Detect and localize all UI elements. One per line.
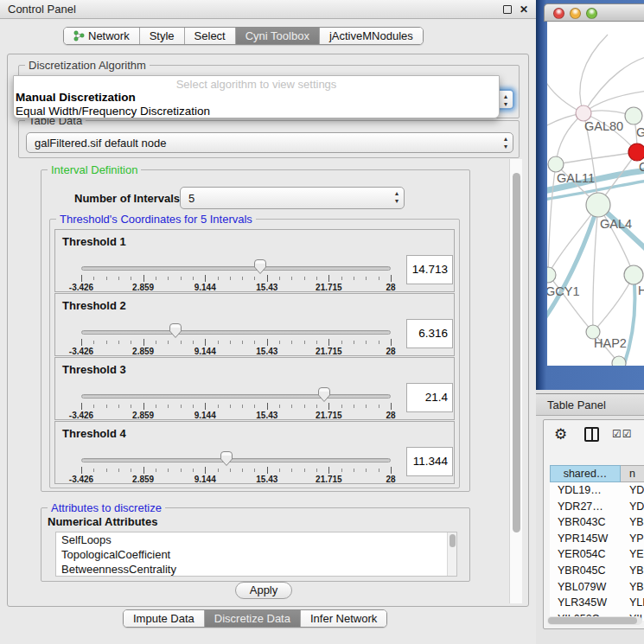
number-of-intervals-combobox[interactable]: 5 ▴▾ xyxy=(180,187,405,209)
table-data-group: Table Data galFiltered.sif default node … xyxy=(18,120,520,158)
numerical-attributes-label: Numerical Attributes xyxy=(48,515,157,528)
gear-icon[interactable]: ⚙ xyxy=(554,425,567,443)
threshold-1-label: Threshold 1 xyxy=(62,235,126,248)
table-row[interactable]: YLR345WYLR3 xyxy=(550,595,644,611)
network-window: GAL80 GA C GAL11 GAL4 GCY1 H HAP2 xyxy=(544,3,644,366)
threshold-2-value-field[interactable]: 6.316 xyxy=(406,319,453,348)
tick-label: 9.144 xyxy=(194,475,216,484)
algorithm-group-title: Discretization Algorithm xyxy=(25,59,150,72)
tick-label: -3.426 xyxy=(69,347,93,356)
tick-label: 2.859 xyxy=(132,475,154,484)
popup-item-manual-discretization[interactable]: Manual Discretization xyxy=(14,91,499,105)
table-data-value: galFiltered.sif default node xyxy=(35,137,166,150)
network-window-titlebar[interactable] xyxy=(544,3,644,22)
tab-network[interactable]: Network xyxy=(64,28,139,44)
network-view-frame: GAL80 GA C GAL11 GAL4 GCY1 H HAP2 xyxy=(536,0,644,390)
tick-label: 15.43 xyxy=(256,475,277,484)
node-right-h[interactable] xyxy=(624,265,643,284)
table-row[interactable]: YDL19…YDL1 xyxy=(550,482,644,499)
node-label-partial-g: GA xyxy=(636,125,644,139)
settings-scroll-viewport: Interval Definition Number of Intervals … xyxy=(13,159,523,603)
threshold-4-ticks xyxy=(81,467,391,475)
threshold-2-label: Threshold 2 xyxy=(62,299,126,312)
threshold-2-slider-thumb[interactable] xyxy=(169,322,182,339)
tick-label: 15.43 xyxy=(256,283,277,292)
list-item-betweennesscentrality[interactable]: BetweennessCentrality xyxy=(56,562,456,577)
close-icon[interactable]: ✕ xyxy=(520,3,528,16)
table-row[interactable]: YBL079WYBL0 xyxy=(550,579,644,596)
threshold-4-value-field[interactable]: 11.344 xyxy=(406,447,453,476)
tick-label: 15.43 xyxy=(256,411,277,420)
table-panel-body: ⚙ ☑☑ shared… n YDL19…YDL1 YDR27…YDR2 YBR… xyxy=(543,419,644,629)
node-table: shared… n YDL19…YDL1 YDR27…YDR2 YBR043CY… xyxy=(550,465,644,621)
cyni-main-panel: Discretization Algorithm ▴▾ Select algor… xyxy=(7,54,529,607)
tick-label: 9.144 xyxy=(194,411,216,420)
threshold-1-ticks xyxy=(81,275,391,283)
threshold-3-slider-track[interactable] xyxy=(81,394,391,399)
node-label-partial-c: C xyxy=(639,160,644,174)
zoom-traffic-light-icon[interactable] xyxy=(586,8,597,19)
interval-definition-group: Interval Definition Number of Intervals … xyxy=(41,169,470,492)
tick-label: 21.715 xyxy=(316,411,342,420)
tick-label: -3.426 xyxy=(69,475,93,484)
apply-button[interactable]: Apply xyxy=(235,582,292,599)
settings-scrollbar[interactable] xyxy=(509,159,522,603)
attributes-list-scrollbar[interactable] xyxy=(447,532,456,576)
tab-style[interactable]: Style xyxy=(139,28,184,44)
list-item-topologicalcoefficient[interactable]: TopologicalCoefficient xyxy=(56,547,456,562)
tab-impute-data[interactable]: Impute Data xyxy=(124,610,204,627)
node-gal11[interactable] xyxy=(548,156,564,172)
node-partial-right[interactable] xyxy=(625,107,642,124)
table-row[interactable]: YBR043CYBR0 xyxy=(550,514,644,531)
threshold-2-slider-track[interactable] xyxy=(81,330,391,335)
network-canvas[interactable]: GAL80 GA C GAL11 GAL4 GCY1 H HAP2 xyxy=(547,22,644,366)
tab-cyni-toolbox[interactable]: Cyni Toolbox xyxy=(235,28,319,44)
threshold-4-slider-thumb[interactable] xyxy=(220,450,233,467)
threshold-1-slider-thumb[interactable] xyxy=(253,258,267,275)
list-item-selfloops[interactable]: SelfLoops xyxy=(56,532,456,547)
threshold-3-slider-thumb[interactable] xyxy=(317,386,331,403)
threshold-2-panel: Threshold 2 -3.4262.8599.14415.4321.7152… xyxy=(54,293,455,356)
control-panel-titlebar: Control Panel ✕ xyxy=(0,0,536,19)
threshold-4-slider-track[interactable] xyxy=(81,458,391,462)
bottom-tab-bar: Impute Data Discretize Data Infer Networ… xyxy=(123,609,387,628)
node-red-selected[interactable] xyxy=(628,143,644,161)
popup-item-equal-width-frequency[interactable]: Equal Width/Frequency Discretization xyxy=(14,105,499,118)
table-row[interactable]: YBR045CYBR0 xyxy=(550,563,644,579)
node-label-gal4: GAL4 xyxy=(600,217,632,231)
attributes-group: Attributes to discretize Numerical Attri… xyxy=(41,507,470,582)
node-bottom-partial[interactable] xyxy=(612,356,626,366)
tab-infer-network[interactable]: Infer Network xyxy=(300,610,386,627)
threshold-1-slider-track[interactable] xyxy=(81,266,391,271)
minimize-traffic-light-icon[interactable] xyxy=(570,8,581,19)
tab-select[interactable]: Select xyxy=(184,28,235,44)
tab-discretize-data[interactable]: Discretize Data xyxy=(204,610,300,627)
threshold-3-value-field[interactable]: 21.4 xyxy=(406,383,453,412)
column-header-shared-name[interactable]: shared… xyxy=(550,465,621,482)
thresholds-group-title: Threshold's Coordinates for 5 Intervals xyxy=(56,213,256,226)
threshold-1-panel: Threshold 1 -3.4262.8599.14415.4321.7152… xyxy=(54,229,455,292)
close-traffic-light-icon[interactable] xyxy=(553,8,564,19)
tick-label: 28 xyxy=(386,283,395,292)
checkboxes-icon[interactable]: ☑☑ xyxy=(612,428,633,440)
combo-arrows-icon: ▴▾ xyxy=(504,135,507,150)
node-gcy1[interactable] xyxy=(547,267,556,283)
table-row[interactable]: YER054CYER0 xyxy=(550,546,644,563)
network-graph xyxy=(547,22,644,366)
network-icon xyxy=(73,30,85,41)
table-data-combobox[interactable]: galFiltered.sif default node ▴▾ xyxy=(26,132,513,153)
threshold-4-tick-labels: -3.4262.8599.14415.4321.71528 xyxy=(81,475,391,484)
threshold-1-value-field[interactable]: 14.713 xyxy=(406,255,453,284)
tick-label: 9.144 xyxy=(194,283,216,292)
split-columns-icon[interactable] xyxy=(584,427,599,442)
tick-label: 9.144 xyxy=(194,347,216,356)
tick-label: 21.715 xyxy=(316,475,342,484)
algorithm-dropdown-popup: Select algorithm to view settings Manual… xyxy=(13,75,500,118)
float-window-icon[interactable] xyxy=(503,5,512,14)
tab-jactivemnodules[interactable]: jActiveMNodules xyxy=(319,28,423,44)
node-gal4[interactable] xyxy=(586,193,610,217)
table-row[interactable]: YDR27…YDR2 xyxy=(550,499,644,515)
table-horizontal-scrollbar[interactable] xyxy=(547,616,642,625)
table-row[interactable]: YPR145WYPR1 xyxy=(550,531,644,547)
column-header-name[interactable]: n xyxy=(621,465,644,482)
